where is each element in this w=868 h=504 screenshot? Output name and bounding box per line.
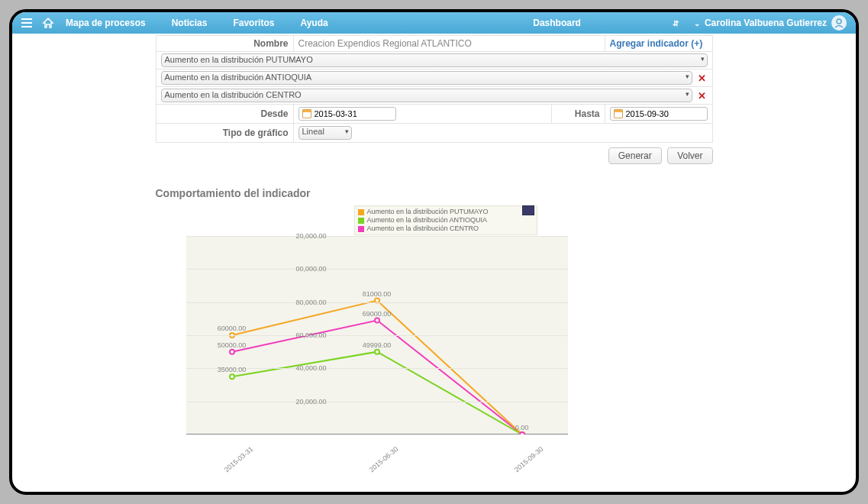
user-menu[interactable]: ⌄ Carolina Valbuena Gutierrez — [694, 15, 847, 31]
nav-mapa[interactable]: Mapa de procesos — [66, 18, 146, 28]
data-label: 50000.00 — [218, 341, 247, 349]
nav-ayuda[interactable]: Ayuda — [300, 18, 328, 28]
remove-indicator-1[interactable]: ✕ — [697, 73, 708, 84]
nombre-label: Nombre — [156, 36, 293, 52]
remove-indicator-2[interactable]: ✕ — [697, 90, 708, 102]
x-tick-label: 2015-06-30 — [367, 445, 399, 473]
hasta-input[interactable] — [610, 107, 708, 121]
legend-swatch — [358, 218, 364, 224]
data-label: 49999.00 — [363, 341, 392, 349]
calendar-icon — [614, 109, 623, 118]
data-label: 0.00 — [515, 424, 529, 431]
app-window: Mapa de procesos Noticias Favoritos Ayud… — [9, 9, 859, 495]
nav-links: Mapa de procesos Noticias Favoritos Ayud… — [61, 18, 328, 28]
svg-point-3 — [837, 19, 841, 24]
y-tick-label: 60,000.00 — [295, 331, 326, 339]
dashboard-label: Dashboard — [533, 18, 581, 28]
svg-point-11 — [375, 318, 379, 323]
menu-icon[interactable] — [18, 15, 35, 31]
indicator-row-0: Aumento en la distribución PUTUMAYO ▾ — [161, 53, 708, 67]
avatar-icon — [831, 15, 847, 31]
indicator-row-2: Aumento en la distribución CENTRO ▾ ✕ — [161, 89, 708, 102]
legend-swatch — [358, 226, 364, 232]
chart-area: Aumento en la distribución PUTUMAYO Aume… — [156, 205, 713, 480]
topbar: Mapa de procesos Noticias Favoritos Ayud… — [12, 12, 856, 34]
x-tick-label: 2015-03-31 — [222, 445, 254, 473]
y-tick-label: 20,000.00 — [295, 398, 326, 405]
svg-point-8 — [375, 350, 379, 354]
chart-legend: Aumento en la distribución PUTUMAYO Aume… — [354, 205, 537, 235]
nav-favoritos[interactable]: Favoritos — [233, 18, 274, 28]
volver-button[interactable]: Volver — [667, 147, 712, 164]
generar-button[interactable]: Generar — [608, 147, 662, 164]
desde-field[interactable] — [315, 109, 383, 118]
nav-noticias[interactable]: Noticias — [172, 18, 208, 28]
indicator-select-1[interactable]: Aumento en la distribución ANTIOQUIA — [161, 71, 692, 85]
tipo-select[interactable]: Lineal — [298, 126, 352, 140]
indicator-select-0[interactable]: Aumento en la distribución PUTUMAYO — [161, 53, 708, 67]
chart-plot: 60000.0081000.000.0050000.0069000.003500… — [186, 236, 568, 435]
dashboard-selector[interactable]: Dashboard ⇵ — [533, 18, 679, 28]
data-label: 81000.00 — [363, 290, 392, 298]
svg-point-7 — [230, 374, 234, 379]
svg-point-10 — [230, 350, 234, 354]
indicator-row-1: Aumento en la distribución ANTIOQUIA ▾ ✕ — [161, 71, 708, 85]
content-area: Nombre Creacion Expendios Regional ATLAN… — [12, 35, 856, 488]
chart-section: Comportamiento del indicador Aumento en … — [156, 187, 713, 480]
indicator-form: Nombre Creacion Expendios Regional ATLAN… — [156, 35, 713, 143]
data-label: 69000.00 — [363, 310, 392, 318]
svg-point-12 — [520, 432, 524, 435]
chart-title: Comportamiento del indicador — [156, 187, 713, 199]
chart-xaxis: 2015-03-312015-06-302015-09-30 — [186, 438, 568, 476]
hasta-label: Hasta — [551, 105, 605, 124]
tipo-label: Tipo de gráfico — [156, 124, 293, 143]
desde-input[interactable] — [298, 107, 396, 121]
desde-label: Desde — [156, 105, 293, 124]
chart-export-icon[interactable] — [522, 205, 534, 215]
indicator-select-2[interactable]: Aumento en la distribución CENTRO — [161, 89, 692, 102]
home-icon[interactable] — [40, 15, 56, 31]
data-label: 35000.00 — [218, 366, 247, 373]
add-indicator-link[interactable]: Agregar indicador (+) — [610, 38, 703, 49]
data-label: 60000.00 — [218, 325, 247, 332]
x-tick-label: 2015-09-30 — [512, 445, 544, 473]
legend-label-0: Aumento en la distribución PUTUMAYO — [367, 208, 489, 216]
button-row: Generar Volver — [156, 147, 713, 164]
user-name: Carolina Valbuena Gutierrez — [705, 18, 827, 28]
y-tick-label: 20,000.00 — [295, 232, 326, 240]
legend-label-2: Aumento en la distribución CENTRO — [367, 225, 479, 233]
legend-label-1: Aumento en la distribución ANTIOQUIA — [367, 216, 488, 225]
y-tick-label: 80,000.00 — [295, 299, 326, 306]
updown-icon: ⇵ — [673, 19, 679, 27]
y-tick-label: 40,000.00 — [295, 364, 326, 372]
y-tick-label: 00,000.00 — [295, 265, 326, 273]
nombre-value: Creacion Expendios Regional ATLANTICO — [298, 38, 472, 49]
hasta-field[interactable] — [626, 109, 695, 118]
calendar-icon — [302, 109, 311, 118]
legend-swatch — [358, 209, 364, 215]
chevron-down-icon: ⌄ — [694, 19, 700, 27]
